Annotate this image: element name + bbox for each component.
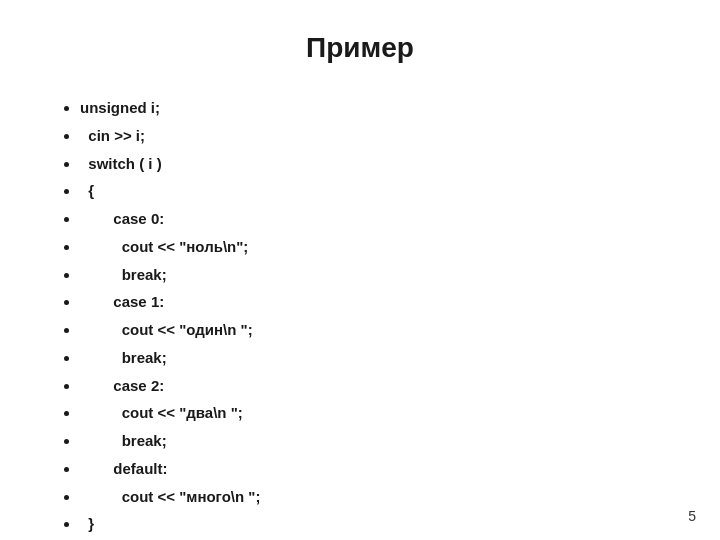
list-item: cout << "один\n "; [80, 316, 720, 344]
list-item: case 2: [80, 372, 720, 400]
list-item: default: [80, 455, 720, 483]
list-item: cout << "ноль\n"; [80, 233, 720, 261]
list-item: { [80, 177, 720, 205]
list-item: unsigned i; [80, 94, 720, 122]
list-item: break; [80, 261, 720, 289]
list-item: case 0: [80, 205, 720, 233]
list-item: } [80, 510, 720, 538]
page-number: 5 [688, 508, 696, 524]
page-title: Пример [0, 0, 720, 84]
list-item: switch ( i ) [80, 150, 720, 178]
list-item: case 1: [80, 288, 720, 316]
code-list: unsigned i; cin >> i; switch ( i ) { cas… [60, 94, 720, 538]
list-item: break; [80, 344, 720, 372]
list-item: cout << "два\n "; [80, 399, 720, 427]
list-item: cin >> i; [80, 122, 720, 150]
code-content: unsigned i; cin >> i; switch ( i ) { cas… [0, 84, 720, 538]
list-item: break; [80, 427, 720, 455]
list-item: cout << "много\n "; [80, 483, 720, 511]
